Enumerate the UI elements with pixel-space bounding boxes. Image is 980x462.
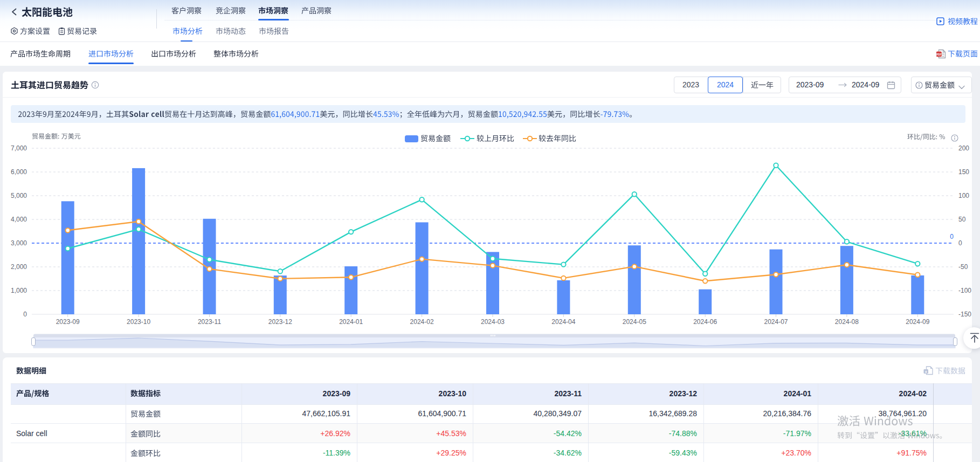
svg-text:x: x (925, 370, 927, 374)
